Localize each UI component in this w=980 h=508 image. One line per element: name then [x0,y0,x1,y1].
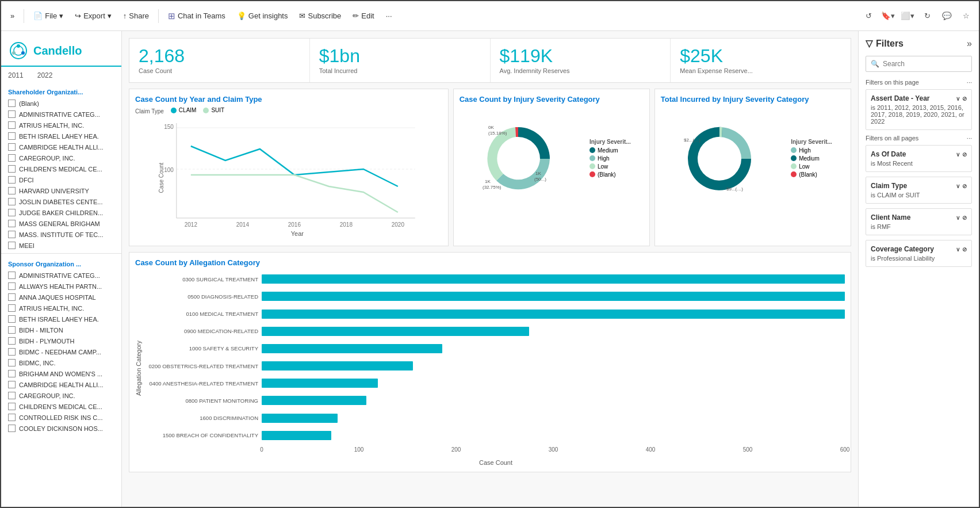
shareholder-item[interactable]: JUDGE BAKER CHILDREN... [1,207,121,218]
shareholder-item[interactable]: JOSLIN DIABETES CENTE... [1,196,121,207]
sponsor-item[interactable]: BIDMC, INC. [1,357,121,368]
share-button[interactable]: ↑ Share [118,9,154,22]
refresh-button[interactable]: ↻ [919,8,935,24]
bookmark-button[interactable]: 🔖▾ [880,8,896,24]
sidebar-checkbox[interactable] [8,100,16,107]
sponsor-list: ADMINISTRATIVE CATEG...ALLWAYS HEALTH PA… [1,270,121,434]
sidebar-checkbox[interactable] [8,392,16,399]
sidebar-checkbox[interactable] [8,293,16,301]
sponsor-item[interactable]: CHILDREN'S MEDICAL CE... [1,401,121,412]
sidebar-checkbox[interactable] [8,348,16,356]
filter-chevron[interactable]: ∨ [956,246,960,253]
shareholder-item[interactable]: CAREGROUP, INC. [1,152,121,163]
kpi-total-incurred-label: Total Incurred [319,67,481,74]
shareholder-list: (Blank)ADMINISTRATIVE CATEG...ATRIUS HEA… [1,98,121,251]
window-button[interactable]: ⬜▾ [899,8,916,24]
sidebar-checkbox[interactable] [8,242,16,249]
filter-clear[interactable]: ⊘ [962,246,967,253]
sidebar-checkbox[interactable] [8,337,16,345]
line-chart-legend: Claim Type CLAIM SUIT [135,107,442,115]
sidebar-item-label: BIDMC, INC. [19,360,56,366]
suit-legend-label: SUIT [211,107,224,113]
insights-button[interactable]: 💡 Get insights [232,9,293,22]
filter-chevron[interactable]: ∨ [956,215,960,221]
sidebar-checkbox[interactable] [8,272,16,279]
shareholder-item[interactable]: MASS GENERAL BRIGHAM [1,218,121,229]
sidebar-checkbox[interactable] [8,403,16,410]
sponsor-item[interactable]: ADMINISTRATIVE CATEG... [1,270,121,281]
sponsor-item[interactable]: BIDH - MILTON [1,324,121,335]
donut-chart-1-box: Case Count by Injury Severity Category [453,89,650,246]
sidebar-item-label: CHILDREN'S MEDICAL CE... [19,403,102,410]
filter-search-box[interactable]: 🔍 [866,56,972,72]
shareholder-item[interactable]: ADMINISTRATIVE CATEG... [1,109,121,120]
edit-button[interactable]: ✏ Edit [348,9,378,22]
sponsor-item[interactable]: CONTROLLED RISK INS C... [1,412,121,423]
sponsor-item[interactable]: BETH ISRAEL LAHEY HEA. [1,314,121,324]
sidebar-checkbox[interactable] [8,187,16,194]
filter-chevron[interactable]: ∨ [956,151,960,158]
comment-button[interactable]: 💬 [939,8,955,24]
sidebar-checkbox[interactable] [8,425,16,432]
star-button[interactable]: ☆ [958,8,974,24]
sidebar-checkbox[interactable] [8,414,16,421]
shareholder-item[interactable]: (Blank) [1,98,121,109]
bar-label: 0100 MEDICAL TREATMENT [147,311,262,317]
sidebar-checkbox[interactable] [8,326,16,334]
assert-date-chevron[interactable]: ∨ [956,96,960,102]
sidebar-checkbox[interactable] [8,165,16,173]
sponsor-item[interactable]: CAREGROUP, INC. [1,390,121,401]
undo-button[interactable]: ↺ [860,8,876,24]
sidebar-checkbox[interactable] [8,381,16,388]
sponsor-item[interactable]: CAMBRIDGE HEALTH ALLI... [1,379,121,390]
assert-date-clear[interactable]: ⊘ [962,96,967,102]
sidebar-item-label: MASS. INSTITUTE OF TEC... [19,231,103,238]
sidebar-checkbox[interactable] [8,304,16,312]
shareholder-item[interactable]: MASS. INSTITUTE OF TEC... [1,229,121,240]
more-button[interactable]: ··· [381,9,397,22]
expand-button[interactable]: » [6,9,19,22]
sponsor-item[interactable]: BIDMC - NEEDHAM CAMP... [1,346,121,357]
shareholder-item[interactable]: HARVARD UNIVERSITY [1,185,121,196]
sidebar-checkbox[interactable] [8,370,16,377]
sponsor-item[interactable]: BIDH - PLYMOUTH [1,335,121,346]
sidebar-checkbox[interactable] [8,132,16,140]
filter-collapse-button[interactable]: » [967,39,972,49]
sidebar-checkbox[interactable] [8,143,16,151]
toolbar-right: ↺ 🔖▾ ⬜▾ ↻ 💬 ☆ [860,8,974,24]
shareholder-item[interactable]: CAMBRIDGE HEALTH ALLI... [1,142,121,152]
chat-button[interactable]: ⊞ Chat in Teams [163,9,230,24]
sponsor-item[interactable]: ATRIUS HEALTH, INC. [1,303,121,314]
sponsor-item[interactable]: BRIGHAM AND WOMEN'S ... [1,368,121,379]
sidebar-checkbox[interactable] [8,198,16,205]
sidebar-checkbox[interactable] [8,209,16,216]
shareholder-item[interactable]: CHILDREN'S MEDICAL CE... [1,163,121,174]
sidebar-checkbox[interactable] [8,231,16,238]
sidebar-checkbox[interactable] [8,359,16,366]
sidebar-checkbox[interactable] [8,315,16,323]
sidebar-item-label: BETH ISRAEL LAHEY HEA. [19,316,99,323]
shareholder-item[interactable]: DFCI [1,174,121,185]
sponsor-item[interactable]: ANNA JAQUES HOSPITAL [1,292,121,303]
export-button[interactable]: ↪ Export ▾ [70,9,116,22]
sidebar-checkbox[interactable] [8,110,16,118]
sponsor-item[interactable]: ALLWAYS HEALTH PARTN... [1,281,121,292]
shareholder-item[interactable]: BETH ISRAEL LAHEY HEA. [1,131,121,142]
subscribe-button[interactable]: ✉ Subscribe [294,9,346,22]
sidebar-checkbox[interactable] [8,176,16,184]
filter-chevron[interactable]: ∨ [956,183,960,189]
sidebar-checkbox[interactable] [8,154,16,162]
sidebar-checkbox[interactable] [8,282,16,290]
sidebar-checkbox[interactable] [8,121,16,129]
filter-clear[interactable]: ⊘ [962,151,967,158]
svg-text:$9...(…): $9...(…) [726,186,743,192]
filter-search-input[interactable] [883,60,969,68]
sidebar-checkbox[interactable] [8,220,16,227]
sponsor-item[interactable]: COOLEY DICKINSON HOS... [1,423,121,434]
filter-clear[interactable]: ⊘ [962,215,967,221]
file-button[interactable]: 📄 File ▾ [29,9,68,22]
shareholder-item[interactable]: ATRIUS HEALTH, INC. [1,120,121,131]
subscribe-icon: ✉ [299,12,305,20]
shareholder-item[interactable]: MEEI [1,240,121,251]
filter-clear[interactable]: ⊘ [962,183,967,189]
